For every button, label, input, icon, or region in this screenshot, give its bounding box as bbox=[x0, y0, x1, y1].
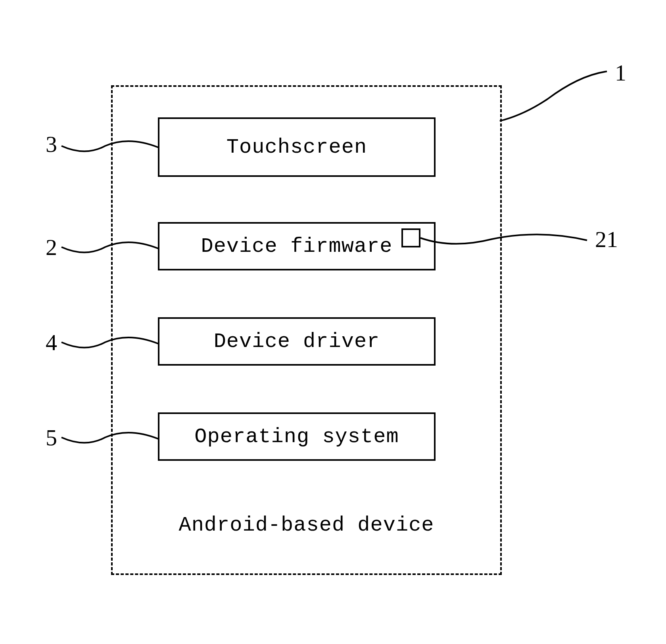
ref-1: 1 bbox=[615, 59, 626, 86]
box-touchscreen-label: Touchscreen bbox=[226, 136, 367, 159]
box-firmware-label: Device firmware bbox=[201, 235, 392, 258]
box-os-label: Operating system bbox=[194, 425, 399, 448]
diagram-root: Touchscreen Device firmware Device drive… bbox=[0, 0, 666, 644]
firmware-inner-square bbox=[401, 228, 420, 247]
ref-2: 2 bbox=[46, 234, 57, 261]
box-driver-label: Device driver bbox=[214, 330, 380, 353]
ref-3: 3 bbox=[46, 131, 57, 157]
ref-4: 4 bbox=[46, 329, 57, 356]
outer-box-label: Android-based device bbox=[111, 514, 502, 537]
box-device-driver: Device driver bbox=[158, 317, 436, 366]
box-device-firmware: Device firmware bbox=[158, 222, 436, 270]
box-operating-system: Operating system bbox=[158, 412, 436, 461]
ref-21: 21 bbox=[595, 226, 618, 253]
ref-5: 5 bbox=[46, 424, 57, 451]
leader-line-1 bbox=[500, 67, 615, 127]
box-touchscreen: Touchscreen bbox=[158, 117, 436, 177]
